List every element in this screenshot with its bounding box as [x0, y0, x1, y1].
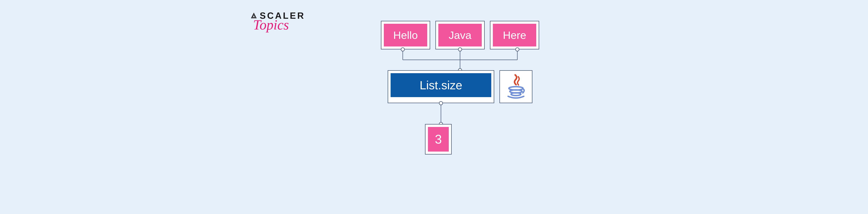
- list-item-value: Java: [438, 24, 482, 46]
- result-value: 3: [428, 127, 449, 151]
- svg-point-11: [511, 93, 521, 96]
- connector-row-1: [347, 49, 573, 70]
- list-items-row: Hello Java Here: [347, 21, 573, 49]
- java-logo-icon: [505, 73, 527, 100]
- method-box: List.size: [388, 70, 494, 103]
- list-item-box: Here: [490, 21, 539, 49]
- result-box: 3: [425, 124, 452, 154]
- java-logo-box: [499, 70, 532, 103]
- scaler-topics-logo: SCALER Topics: [250, 10, 305, 33]
- list-item-value: Hello: [384, 24, 427, 46]
- list-item-box: Hello: [381, 21, 430, 49]
- list-size-diagram: Hello Java Here List.siz: [347, 21, 573, 154]
- method-row: List.size: [347, 70, 573, 103]
- list-item-value: Here: [493, 24, 536, 46]
- method-label: List.size: [391, 73, 491, 97]
- list-item-box: Java: [435, 21, 485, 49]
- result-row: 3: [347, 124, 573, 154]
- connector-row-2: [347, 103, 573, 124]
